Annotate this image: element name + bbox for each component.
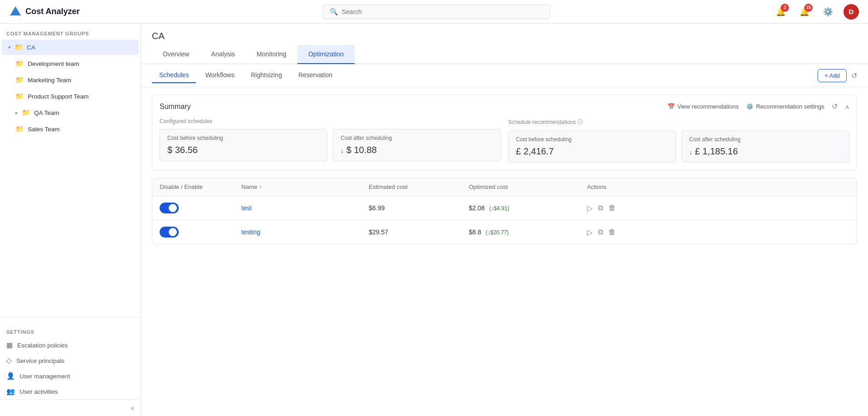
main-layout: COST MANAGEMENT GROUPS ▾ 📁 CA 📁 Developm… xyxy=(0,24,868,416)
schedule-recommendations-label: Schedule recommendations ⓘ xyxy=(508,118,850,126)
sidebar-item-user-activities[interactable]: 👥 User activities xyxy=(0,384,140,399)
configured-cost-after-label: Cost after scheduling xyxy=(341,135,493,141)
chevron-down-icon: ▾ xyxy=(8,45,11,50)
schedule-table: Disable / Enable Name ↑ Estimated cost O… xyxy=(152,178,857,244)
name-cell-1: test xyxy=(241,204,369,212)
view-recommendations-button[interactable]: 📅 View recommendations xyxy=(667,103,739,110)
tab-analysis[interactable]: Analysis xyxy=(200,45,246,64)
settings-section-label: SETTINGS xyxy=(0,322,140,337)
sidebar-item-ca[interactable]: ▾ 📁 CA xyxy=(2,40,139,55)
sidebar-item-qa-team[interactable]: ▸ 📁 QA Team xyxy=(2,105,139,120)
sub-tabs-actions: + Add ↺ xyxy=(818,69,857,82)
play-button-1[interactable]: ▷ xyxy=(587,204,592,213)
sidebar-item-marketing-team[interactable]: 📁 Marketing Team xyxy=(2,72,139,88)
user-management-icon: 👤 xyxy=(6,372,15,380)
page-title: CA xyxy=(141,24,868,41)
col-name: Name ↑ xyxy=(241,183,369,190)
sidebar-item-product-support-team[interactable]: 📁 Product Support Team xyxy=(2,89,139,104)
search-box[interactable]: 🔍 xyxy=(323,5,550,19)
add-button[interactable]: + Add xyxy=(818,69,847,82)
alerts-badge: 15 xyxy=(804,4,813,12)
recommended-cost-after-card: Cost after scheduling ↓ £ 1,185.16 xyxy=(682,130,849,163)
escalation-label: Escalation policies xyxy=(17,342,68,349)
configured-cost-after-card: Cost after scheduling ↓ $ 10.88 xyxy=(333,129,501,161)
sub-tab-workflows[interactable]: Workflows xyxy=(198,68,241,83)
recommended-cost-after-label: Cost after scheduling xyxy=(689,136,842,143)
sub-tabs-row: Schedules Workflows Rightsizing Reservat… xyxy=(141,64,868,87)
table-row: test $6.99 $2.08 (↓$4.91) ▷ ⧉ 🗑 xyxy=(152,196,857,220)
settings-button[interactable]: ⚙️ xyxy=(820,4,836,20)
play-button-2[interactable]: ▷ xyxy=(587,228,592,237)
configured-cost-before-card: Cost before scheduling $ 36.56 xyxy=(160,129,327,161)
toggle-enable-testing[interactable] xyxy=(160,227,179,238)
folder-icon: 📁 xyxy=(15,59,24,68)
sidebar-section-label: COST MANAGEMENT GROUPS xyxy=(0,24,140,39)
toggle-cell-1 xyxy=(160,203,241,213)
sidebar-item-label-ca: CA xyxy=(27,44,35,51)
sidebar-item-label: QA Team xyxy=(34,109,59,116)
tab-monitoring[interactable]: Monitoring xyxy=(246,45,297,64)
sidebar-item-label: Development team xyxy=(28,60,79,67)
folder-icon: 📁 xyxy=(15,43,23,51)
col-optimized-cost: Optimized cost xyxy=(469,183,587,190)
app-name: Cost Analyzer xyxy=(25,7,80,16)
sidebar-item-label: Marketing Team xyxy=(28,77,71,84)
summary-collapse-button[interactable]: ∧ xyxy=(845,103,849,110)
down-arrow-icon: ↓ xyxy=(341,147,344,154)
edit-button-2[interactable]: ⧉ xyxy=(598,228,603,236)
info-icon[interactable]: ⓘ xyxy=(577,118,583,126)
summary-sections: Configured schedules Cost before schedul… xyxy=(160,118,849,163)
refresh-button[interactable]: ↺ xyxy=(851,71,857,80)
configured-cost-after-value: ↓ $ 10.88 xyxy=(341,145,493,155)
tab-overview[interactable]: Overview xyxy=(152,45,200,64)
col-actions: Actions xyxy=(587,183,849,190)
sub-tabs: Schedules Workflows Rightsizing Reservat… xyxy=(152,68,818,83)
estimated-cost-cell-2: $29.57 xyxy=(369,228,469,236)
sidebar-item-service-principals[interactable]: ◇ Service principals xyxy=(0,353,140,368)
folder-icon: 📁 xyxy=(15,125,24,133)
summary-refresh-button[interactable]: ↺ xyxy=(832,102,838,111)
configured-cost-before-label: Cost before scheduling xyxy=(167,135,320,141)
configured-schedules-label: Configured schedules xyxy=(160,118,501,124)
savings-badge-1: (↓$4.91) xyxy=(489,205,509,212)
schedule-link-test[interactable]: test xyxy=(241,204,252,212)
sidebar-item-sales-team[interactable]: 📁 Sales Team xyxy=(2,121,139,137)
sort-icon[interactable]: ↑ xyxy=(259,183,262,190)
delete-button-1[interactable]: 🗑 xyxy=(608,204,616,212)
avatar[interactable]: D xyxy=(843,4,859,20)
collapse-icon: « xyxy=(130,404,134,411)
calendar-icon: 📅 xyxy=(667,103,675,110)
sidebar-item-user-management[interactable]: 👤 User management xyxy=(0,368,140,384)
sidebar-item-development-team[interactable]: 📁 Development team xyxy=(2,56,139,71)
sub-tab-schedules[interactable]: Schedules xyxy=(152,68,196,83)
sub-tab-reservation[interactable]: Reservation xyxy=(291,68,340,83)
actions-cell-2: ▷ ⧉ 🗑 xyxy=(587,228,849,237)
schedule-link-testing[interactable]: testing xyxy=(241,228,260,236)
app-header: Cost Analyzer 🔍 🔔 3 🔔 15 ⚙️ D xyxy=(0,0,868,24)
toggle-enable-test[interactable] xyxy=(160,203,179,213)
sidebar-item-label: Product Support Team xyxy=(28,93,89,100)
sub-tab-rightsizing[interactable]: Rightsizing xyxy=(244,68,289,83)
tab-optimization[interactable]: Optimization xyxy=(297,45,355,64)
search-input[interactable] xyxy=(342,8,543,15)
sidebar: COST MANAGEMENT GROUPS ▾ 📁 CA 📁 Developm… xyxy=(0,24,141,416)
sidebar-item-escalation-policies[interactable]: ▦ Escalation policies xyxy=(0,337,140,353)
edit-button-1[interactable]: ⧉ xyxy=(598,204,603,212)
summary-actions: 📅 View recommendations ⚙️ Recommendation… xyxy=(667,102,849,111)
sidebar-collapse-button[interactable]: « xyxy=(0,399,140,416)
gear-icon: ⚙️ xyxy=(823,7,833,17)
alerts-button[interactable]: 🔔 15 xyxy=(796,4,813,20)
savings-badge-2: (↓$20.77) xyxy=(486,229,509,236)
recommended-cost-cards: Cost before scheduling £ 2,416.7 Cost af… xyxy=(508,130,850,163)
table-row: testing $29.57 $8.8 (↓$20.77) ▷ ⧉ 🗑 xyxy=(152,220,857,244)
name-cell-2: testing xyxy=(241,228,369,236)
search-icon: 🔍 xyxy=(330,8,338,16)
view-recommendations-label: View recommendations xyxy=(677,103,739,110)
notifications-bell-button[interactable]: 🔔 3 xyxy=(773,4,789,20)
schedule-recommendations-section: Schedule recommendations ⓘ Cost before s… xyxy=(508,118,850,163)
logo-icon xyxy=(9,5,22,18)
delete-button-2[interactable]: 🗑 xyxy=(608,228,616,236)
main-tabs: Overview Analysis Monitoring Optimizatio… xyxy=(141,45,868,64)
recommendation-settings-button[interactable]: ⚙️ Recommendation settings xyxy=(746,103,824,110)
table-header: Disable / Enable Name ↑ Estimated cost O… xyxy=(152,178,857,196)
